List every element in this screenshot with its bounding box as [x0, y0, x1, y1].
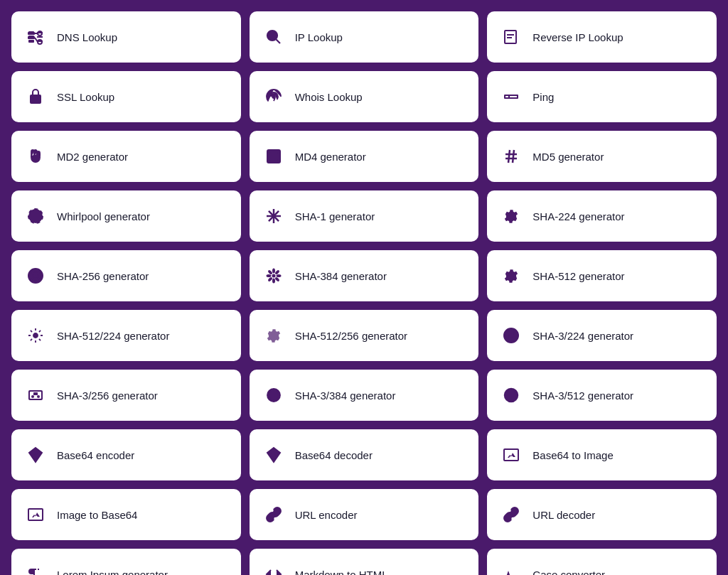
card-sha512-224-generator[interactable]: SHA-512/224 generator — [11, 310, 241, 361]
svg-point-33 — [34, 274, 37, 277]
svg-point-43 — [33, 333, 38, 338]
fingerprint-icon — [264, 88, 284, 105]
card-ip-lookup[interactable]: IP Lookup — [250, 11, 479, 63]
svg-point-52 — [505, 389, 518, 402]
search-icon — [264, 28, 284, 45]
card-url-encoder[interactable]: URL encoder — [250, 489, 479, 540]
card-label-sha1-generator: SHA-1 generator — [295, 210, 375, 222]
card-label-sha512-generator: SHA-512 generator — [532, 270, 624, 282]
card-base64-to-image[interactable]: Base64 to Image — [487, 429, 717, 480]
card-whirlpool-generator[interactable]: Whirlpool generator — [11, 190, 241, 242]
svg-point-35 — [272, 269, 275, 274]
svg-rect-49 — [33, 392, 38, 395]
card-label-sha3-256-generator: SHA-3/256 generator — [57, 389, 158, 402]
card-image-to-base64[interactable]: Image to Base64 — [11, 489, 241, 540]
card-url-decoder[interactable]: URL decoder — [487, 489, 717, 540]
card-label-sha3-512-generator: SHA-3/512 generator — [532, 389, 633, 402]
card-label-url-decoder: URL decoder — [532, 509, 595, 521]
card-sha512-256-generator[interactable]: SHA-512/256 generator — [250, 310, 479, 361]
card-label-sha512-224-generator: SHA-512/224 generator — [57, 330, 169, 342]
card-markdown-to-html[interactable]: Markdown to HTML — [250, 549, 479, 575]
card-sha384-generator[interactable]: SHA-384 generator — [250, 250, 479, 301]
svg-rect-18 — [270, 153, 277, 160]
dns-icon — [26, 28, 46, 45]
circle-icon — [501, 387, 521, 404]
svg-point-37 — [266, 274, 271, 277]
svg-point-41 — [274, 269, 280, 275]
card-base64-decoder[interactable]: Base64 decoder — [250, 429, 479, 480]
ping-icon — [501, 88, 521, 105]
card-label-sha3-224-generator: SHA-3/224 generator — [532, 330, 633, 342]
card-ssl-lookup[interactable]: SSL Lookup — [11, 71, 241, 122]
svg-point-39 — [267, 269, 273, 275]
flower-icon — [264, 267, 284, 284]
card-label-reverse-ip-lookup: Reverse IP Lookup — [532, 31, 623, 43]
card-case-converter[interactable]: Case converter — [487, 549, 717, 575]
card-lorem-ipsum-generator[interactable]: Lorem Ipsum generator — [11, 549, 241, 575]
code-icon — [264, 566, 284, 575]
tools-grid: DNS LookupIP LookupReverse IP LookupSSL … — [11, 11, 717, 575]
card-sha256-generator[interactable]: SHA-256 generator — [11, 250, 241, 301]
card-label-image-to-base64: Image to Base64 — [57, 509, 137, 521]
svg-point-47 — [31, 395, 34, 398]
svg-line-13 — [276, 40, 280, 44]
card-label-sha384-generator: SHA-384 generator — [295, 270, 387, 282]
card-label-md2-generator: MD2 generator — [57, 151, 128, 163]
card-sha3-512-generator[interactable]: SHA-3/512 generator — [487, 370, 717, 421]
card-label-md5-generator: MD5 generator — [532, 151, 604, 163]
svg-point-26 — [28, 209, 43, 223]
card-label-markdown-to-html: Markdown to HTML — [295, 569, 388, 576]
image-icon — [501, 446, 521, 463]
card-ping[interactable]: Ping — [487, 71, 717, 122]
svg-line-11 — [35, 38, 38, 42]
svg-rect-2 — [28, 40, 34, 43]
code-diamond2-icon — [264, 446, 284, 463]
svg-rect-6 — [28, 32, 35, 35]
gear4-icon — [264, 327, 284, 344]
asterisk-icon — [264, 208, 284, 225]
card-md4-generator[interactable]: MD4 generator — [250, 131, 479, 182]
card-label-base64-decoder: Base64 decoder — [295, 449, 373, 461]
card-label-sha512-256-generator: SHA-512/256 generator — [295, 330, 407, 342]
card-label-url-encoder: URL encoder — [295, 509, 358, 521]
svg-point-42 — [267, 276, 273, 282]
whirlpool-icon — [26, 208, 46, 225]
card-label-sha3-384-generator: SHA-3/384 generator — [295, 389, 396, 402]
card-label-whois-lookup: Whois Lookup — [295, 91, 363, 103]
card-whois-lookup[interactable]: Whois Lookup — [250, 71, 479, 122]
svg-line-22 — [513, 150, 514, 163]
card-label-sha224-generator: SHA-224 generator — [532, 210, 624, 222]
card-base64-encoder[interactable]: Base64 encoder — [11, 429, 241, 480]
svg-rect-15 — [505, 96, 508, 97]
card-md5-generator[interactable]: MD5 generator — [487, 131, 717, 182]
svg-point-36 — [272, 279, 275, 284]
card-sha3-224-generator[interactable]: SHA-3/224 generator — [487, 310, 717, 361]
card-reverse-ip-lookup[interactable]: Reverse IP Lookup — [487, 11, 717, 63]
card-dns-lookup[interactable]: DNS Lookup — [11, 11, 241, 63]
card-sha3-256-generator[interactable]: SHA-3/256 generator — [11, 370, 241, 421]
svg-point-40 — [274, 276, 280, 282]
svg-point-38 — [276, 274, 281, 277]
card-md2-generator[interactable]: MD2 generator — [11, 131, 241, 182]
card-sha1-generator[interactable]: SHA-1 generator — [250, 190, 479, 242]
card-label-dns-lookup: DNS Lookup — [57, 31, 117, 43]
card-label-whirlpool-generator: Whirlpool generator — [57, 210, 150, 222]
link-icon — [264, 506, 284, 523]
code-diamond-icon — [26, 446, 46, 463]
gear3-icon — [26, 327, 46, 344]
card-label-base64-to-image: Base64 to Image — [532, 449, 613, 461]
link2-icon — [501, 506, 521, 523]
card-sha512-generator[interactable]: SHA-512 generator — [487, 250, 717, 301]
textcase-icon — [501, 566, 521, 575]
card-sha3-384-generator[interactable]: SHA-3/384 generator — [250, 370, 479, 421]
gear-icon — [501, 208, 521, 225]
card-sha224-generator[interactable]: SHA-224 generator — [487, 190, 717, 242]
compass-icon — [501, 327, 521, 344]
lock-icon — [26, 88, 46, 105]
gear2-icon — [501, 267, 521, 284]
card-label-ssl-lookup: SSL Lookup — [57, 91, 114, 103]
card-label-case-converter: Case converter — [532, 569, 605, 576]
svg-rect-16 — [510, 96, 517, 97]
hash-icon — [501, 148, 521, 165]
card-label-ip-lookup: IP Lookup — [295, 31, 343, 43]
